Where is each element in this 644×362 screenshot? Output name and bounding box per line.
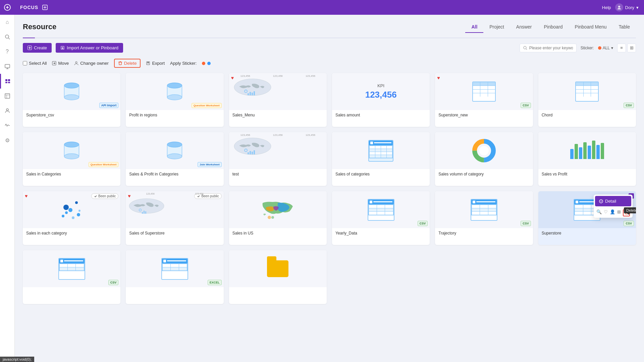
import-button[interactable]: Import Answer or Pinboard [56,43,123,53]
change-owner-button[interactable]: Change owner [74,61,109,66]
delete-button[interactable]: Delete [114,59,141,68]
topnav-help[interactable]: Help [602,5,611,10]
app-logo[interactable] [0,0,15,15]
export-button[interactable]: Export [146,61,165,66]
card-sales-amount[interactable]: KPI 123,456 Sales amount [332,73,430,127]
svg-rect-46 [250,92,251,95]
view-icons: ≡ ⊞ [617,44,636,52]
card-yearly-data[interactable]: CSV Yearly_Data [332,191,430,245]
card-chord[interactable]: CSV Chord [538,73,636,127]
card-superstore-new-badge: CSV [521,103,531,108]
status-bar: javascript:void(0); [0,357,34,362]
search-input[interactable] [529,46,573,50]
card-unnamed-csv[interactable]: CSV [23,250,120,304]
sidebar-item-table[interactable] [0,89,15,103]
tab-pinboard[interactable]: Pinboard [538,21,569,33]
folder-wrapper [267,260,288,277]
ctx-search-icon[interactable]: 🔍 [596,209,602,216]
topnav-add-icon[interactable] [42,5,48,10]
card-sales-vs-profit[interactable]: Sales vs Profit [538,132,636,186]
ctx-person-icon[interactable]: 👤 [610,209,615,216]
card-unnamed-excel[interactable]: EXCEL [126,250,223,304]
card-trajectory[interactable]: CSV Trajectory [435,191,533,245]
select-all-label: Select All [29,61,47,66]
us-map [259,198,296,221]
card-sales-menu[interactable]: ♥ 123,456123,456123,456 [229,73,327,127]
svg-point-13 [6,109,8,111]
select-all-input[interactable] [23,61,27,65]
create-button[interactable]: Create [23,43,52,53]
sticker-all-label: ALL [603,46,610,50]
move-button[interactable]: Move [52,61,69,66]
topnav-avatar [615,3,623,11]
ctx-share-icon[interactable]: ⊞ [617,209,621,216]
card-folder-label [229,287,327,293]
card-superstore-csv-badge: API Import [99,103,119,108]
sidebar-item-question[interactable]: ? [0,44,15,59]
card-superstore-csv-thumbnail: API Import [23,73,120,110]
sidebar-item-resource[interactable] [0,74,15,89]
card-sales-each-cat[interactable]: ♥ Been public [23,191,120,245]
card-sales-of-categories[interactable]: Sales of categories [332,132,430,186]
sidebar-item-settings[interactable]: ⚙ [0,133,15,148]
card-chord-label: Chord [538,110,636,120]
card-sales-profit-cat[interactable]: Join Worksheet Sales & Profit in Categor… [126,132,223,186]
db-cylinder-icon3 [62,141,81,161]
card-profit-in-regions[interactable]: Question Worksheet Profit in regions [126,73,223,127]
move-label: Move [58,61,69,66]
folder-tab [267,256,276,260]
card-superstore-new[interactable]: ♥ CSV Superstore_new [435,73,533,127]
tab-pinboard-menu[interactable]: Pinboard Menu [569,21,613,33]
card-sales-menu-label: Sales_Menu [229,110,327,120]
svg-point-71 [479,146,489,155]
svg-rect-6 [5,79,7,81]
view-list-icon[interactable]: ≡ [617,44,626,52]
table-icon-chord [575,82,599,102]
apply-sticker-orange[interactable] [202,62,205,65]
card-superstore-selected[interactable]: ✓ CSV Superstor [538,191,636,245]
card-sales-volumn[interactable]: Sales volumn of category [435,132,533,186]
apply-sticker-blue[interactable] [207,62,211,65]
card-superstore-csv[interactable]: API Import Superstore_csv [23,73,120,127]
svg-point-57 [167,154,182,159]
search-box [520,44,577,52]
card-sales-in-categories[interactable]: Question Worksheet Sales in Categories [23,132,120,186]
card-sales-superstore[interactable]: ♥ Been public 123,456123,456 [126,191,223,245]
world-map-superstore [127,196,166,216]
topnav-user[interactable]: Dory ▾ [615,3,639,11]
card-unnamed-csv-badge: CSV [108,280,119,285]
svg-rect-45 [248,93,249,95]
card-sales-us[interactable]: Sales in US [229,191,327,245]
sidebar-item-search[interactable] [0,30,15,44]
svg-point-72 [129,199,164,213]
card-test[interactable]: 123,456123,456123,456 [229,132,327,186]
card-sales-profit-label: Sales & Profit in Categories [126,169,223,179]
import-icon [60,46,65,50]
context-menu-detail[interactable]: Detail [595,196,631,206]
sidebar-item-home[interactable]: ⌂ [0,15,15,30]
heart-icon-each-cat: ♥ [25,193,28,199]
select-all-checkbox[interactable]: Select All [23,61,47,66]
sidebar-item-activity[interactable] [0,118,15,133]
sticker-all-select[interactable]: ALL ▾ [598,46,613,50]
sidebar-item-person[interactable] [0,103,15,118]
tab-answer[interactable]: Answer [510,21,538,33]
ctx-heart-icon[interactable]: ♡ [604,209,608,216]
tab-all[interactable]: All [465,21,483,33]
card-superstore-badge: CSV [624,221,634,226]
card-folder[interactable] [229,250,327,304]
tab-table[interactable]: Table [613,21,636,33]
kpi-label: KPI [377,83,384,88]
delete-label: Delete [124,61,137,66]
card-unnamed-excel-badge: EXCEL [208,280,222,285]
ctx-delete-icon[interactable]: Delete [623,209,630,216]
svg-rect-74 [142,212,143,214]
view-grid-icon[interactable]: ⊞ [627,44,636,52]
context-menu-icons: 🔍 ♡ 👤 ⊞ Delete [594,208,633,218]
tab-project[interactable]: Project [483,21,510,33]
card-superstore-new-label: Superstore_new [435,110,533,120]
apply-sticker-label: Apply Sticker: [170,61,197,66]
card-sales-amount-thumbnail: KPI 123,456 [332,73,430,110]
sidebar-item-monitor[interactable] [0,59,15,74]
card-unnamed-csv-thumbnail: CSV [23,250,120,287]
